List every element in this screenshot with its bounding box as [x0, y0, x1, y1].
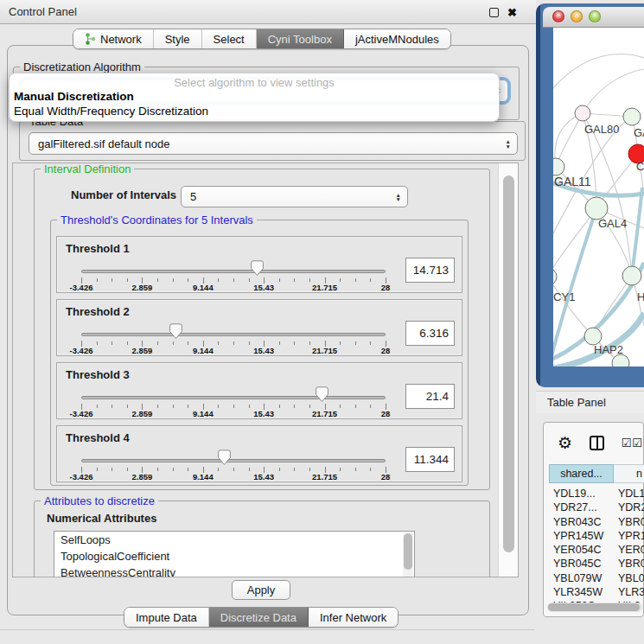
slider-tick — [370, 341, 371, 345]
threshold-slider-thumb[interactable] — [316, 386, 328, 403]
tab-label: Select — [214, 33, 245, 46]
threshold-value-field[interactable]: 21.4 — [405, 384, 455, 409]
zoom-traffic-light-icon[interactable] — [589, 10, 601, 22]
table-horizontal-scrollbar[interactable] — [547, 603, 642, 612]
slider-tick — [279, 341, 280, 345]
float-window-icon[interactable] — [489, 8, 499, 17]
table-row[interactable]: YDL19...YDL1 — [549, 487, 644, 501]
table-data-value: galFiltered.sif default node — [38, 137, 169, 150]
table-row[interactable]: YLR345WYLR3 — [549, 585, 644, 599]
tab-label: Discretize Data — [220, 611, 296, 624]
gear-icon[interactable]: ⚙ — [558, 435, 572, 451]
slider-tick — [157, 278, 158, 282]
panel-title: Control Panel — [0, 5, 77, 18]
table-row[interactable]: YDR27...YDR2 — [549, 501, 644, 514]
numerical-attributes-label: Numerical Attributes — [47, 512, 156, 525]
close-icon[interactable]: ✖ — [507, 8, 517, 17]
network-window-titlebar — [543, 7, 644, 28]
threshold-slider-thumb[interactable] — [251, 260, 264, 277]
threshold-value-field[interactable]: 6.316 — [405, 321, 455, 346]
network-node-green[interactable] — [623, 108, 641, 125]
table-row[interactable]: YBR043CYBR0 — [549, 515, 644, 529]
table-data-combo[interactable]: galFiltered.sif default node ▲ ▼ — [29, 132, 518, 155]
slider-tick — [370, 278, 371, 282]
threshold-value-field[interactable]: 14.713 — [405, 258, 455, 283]
network-node-label: H — [637, 290, 644, 303]
threshold-slider-track[interactable] — [81, 459, 386, 462]
cell-shared-name: YPR145W — [549, 529, 614, 543]
network-node-label: GAL11 — [554, 175, 591, 188]
attributes-list-scrollbar[interactable] — [403, 532, 413, 577]
attributes-group-label: Attributes to discretize — [41, 494, 158, 507]
column-layout-icon[interactable] — [590, 436, 604, 450]
tab-network[interactable]: Network — [73, 29, 154, 48]
network-node-pink[interactable] — [575, 105, 590, 121]
thresholds-group: Threshold's Coordinates for 5 Intervals … — [50, 220, 469, 486]
network-node-label: GAL80 — [584, 123, 619, 136]
slider-tick — [370, 468, 371, 471]
network-node-green[interactable] — [584, 328, 602, 345]
table-panel-header: Table Panel — [536, 391, 644, 413]
threshold-value-field[interactable]: 11.344 — [405, 447, 455, 472]
select-columns-icon[interactable]: ☑☑ — [622, 437, 643, 450]
tab-impute-data[interactable]: Impute Data — [124, 608, 209, 627]
attribute-list-item[interactable]: BetweennessCentrality — [54, 564, 414, 577]
threshold-slider-track[interactable] — [81, 396, 386, 399]
table-panel-title: Table Panel — [536, 396, 606, 409]
network-edge-thick[interactable] — [632, 188, 642, 276]
attribute-list-item[interactable]: SelfLoops — [54, 532, 414, 548]
slider-tick-label: 9.144 — [182, 346, 225, 355]
network-node-green[interactable] — [553, 268, 557, 285]
network-node-green[interactable] — [553, 158, 564, 175]
tab-infer-network[interactable]: Infer Network — [309, 608, 398, 627]
network-node-green[interactable] — [612, 354, 629, 367]
threshold-slider-thumb[interactable] — [169, 323, 182, 340]
algorithm-option-equal-width[interactable]: Equal Width/Frequency Discretization — [14, 105, 208, 118]
column-header-shared-name[interactable]: shared... — [549, 464, 614, 483]
tab-jactivemnodules[interactable]: jActiveMNodules — [344, 29, 450, 48]
tab-label: Infer Network — [320, 611, 386, 624]
slider-tick — [279, 468, 280, 471]
numerical-attributes-list[interactable]: SelfLoopsTopologicalCoefficientBetweenne… — [54, 531, 415, 577]
threshold-slider-track[interactable] — [81, 270, 386, 273]
table-row[interactable]: YPR145WYPR1 — [549, 529, 644, 543]
algorithm-dropdown-popup: Select algorithm to view settings Manual… — [9, 73, 500, 122]
minimize-traffic-light-icon[interactable] — [571, 10, 583, 22]
tab-style[interactable]: Style — [154, 29, 202, 48]
threshold-slider-track[interactable] — [81, 333, 386, 336]
network-edge[interactable] — [583, 69, 644, 113]
network-edge[interactable] — [553, 54, 644, 88]
tab-select[interactable]: Select — [202, 29, 257, 48]
slider-tick — [294, 405, 295, 408]
column-header-name[interactable]: n — [614, 464, 644, 483]
slider-tick — [355, 278, 356, 282]
slider-tick — [112, 468, 112, 471]
threshold-slider-thumb[interactable] — [218, 450, 231, 466]
slider-tick-label: 2.859 — [120, 346, 163, 355]
bottom-tab-strip: Impute DataDiscretize DataInfer Network — [124, 607, 399, 628]
slider-tick — [294, 341, 295, 345]
number-of-intervals-label: Number of Intervals — [71, 188, 176, 201]
table-row[interactable]: YBL079WYBL0 — [549, 571, 644, 585]
table-row[interactable]: YBR045CYBR0 — [549, 557, 644, 571]
panel-bottom-divider — [0, 629, 534, 630]
cell-name: YLR3 — [614, 585, 644, 599]
viewport-scrollbar[interactable] — [498, 163, 519, 577]
slider-tick — [233, 405, 234, 408]
slider-tick-label: 21.715 — [303, 409, 347, 418]
algorithm-option-manual[interactable]: Manual Discretization — [14, 90, 134, 103]
number-of-intervals-combo[interactable]: 5 ▲ ▼ — [181, 186, 408, 207]
attribute-list-item[interactable]: TopologicalCoefficient — [54, 548, 414, 564]
apply-button[interactable]: Apply — [232, 580, 290, 600]
cell-name: YBR0 — [614, 557, 644, 571]
tab-cyni-toolbox[interactable]: Cyni Toolbox — [257, 29, 344, 48]
tab-discretize-data[interactable]: Discretize Data — [209, 608, 309, 627]
slider-tick-label: 28 — [364, 346, 407, 355]
slider-tick — [218, 405, 219, 408]
slider-tick — [249, 278, 250, 282]
table-row[interactable]: YER054CYER0 — [549, 543, 644, 557]
network-canvas[interactable]: GAL80GACGAL11GAL4GCY1HHAP2 — [553, 28, 644, 367]
close-traffic-light-icon[interactable] — [552, 10, 564, 22]
network-node-green[interactable] — [622, 266, 641, 285]
network-edge[interactable] — [553, 208, 596, 277]
